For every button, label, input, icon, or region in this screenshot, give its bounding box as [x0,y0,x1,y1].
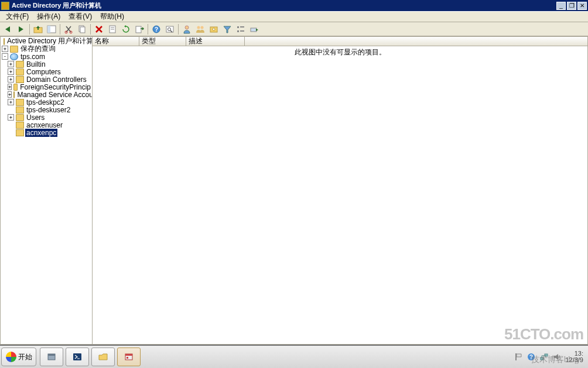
new-group-button[interactable] [194,23,207,35]
expander[interactable]: - [2,53,8,60]
find-button[interactable] [163,23,176,35]
show-hide-tree-button[interactable] [45,23,58,35]
tree-label: Computers [25,68,62,76]
new-ou-button[interactable] [207,23,220,35]
folder-icon [13,91,15,98]
powershell-icon [73,352,82,362]
tray-network-icon[interactable] [539,352,549,362]
start-button[interactable]: 开始 [1,348,36,366]
task-buttons [40,348,141,366]
toolbar: ? [0,22,588,36]
folder-icon [16,61,24,68]
svg-rect-35 [541,357,543,360]
col-desc[interactable]: 描述 [186,37,245,46]
expander[interactable]: + [8,76,14,82]
svg-rect-13 [166,26,173,32]
maximize-button[interactable]: ❐ [567,2,576,10]
properties-button[interactable] [106,23,119,35]
export-button[interactable] [133,23,146,35]
tree-users[interactable]: + Users [1,114,92,121]
tree-computers[interactable]: + Computers [1,68,92,75]
tree-deskpc2[interactable]: + tps-deskpc2 [1,98,92,106]
copy-icon [77,25,87,34]
expander[interactable]: + [8,61,14,67]
folder-icon [4,38,5,45]
forward-button[interactable] [15,23,28,35]
tree-domain[interactable]: - tps.com [1,53,92,60]
col-type[interactable]: 类型 [139,37,186,46]
pane-icon [47,25,56,34]
separator [29,24,30,35]
expander[interactable]: + [2,46,8,52]
svg-rect-2 [47,26,50,33]
task-powershell[interactable] [66,348,89,366]
tree-acnxenuser[interactable]: acnxenuser [1,121,92,129]
help-icon: ? [152,25,161,34]
tree-domain-controllers[interactable]: + Domain Controllers [1,75,92,83]
expander[interactable]: + [8,68,14,75]
tray-clock[interactable]: 13: 12/3/9 [565,350,583,363]
app-icon [1,2,9,10]
svg-rect-25 [251,28,257,32]
expander[interactable]: + [8,84,12,90]
tree-builtin[interactable]: + Builtin [1,60,92,68]
view-button[interactable] [234,23,247,35]
separator [90,24,91,35]
explorer-icon [98,352,108,362]
tree-acnxenpc[interactable]: acnxenpc [1,129,92,136]
watermark-logo: 51CTO.com [504,325,583,343]
tray-flag-icon[interactable] [514,352,523,362]
tree-label: tps-deskuser2 [25,106,71,114]
expander[interactable]: + [8,91,12,98]
tree-label: tps.com [19,53,46,61]
task-aduc[interactable] [117,348,141,366]
folder-icon [10,46,18,53]
menu-file[interactable]: 文件(F) [2,11,32,22]
tree: Active Directory 用户和计算机 + 保存的查询 - tps.co… [1,37,92,137]
menu-action[interactable]: 操作(A) [33,11,64,22]
task-server-manager[interactable] [40,348,63,366]
scissors-icon [64,25,73,34]
minimize-button[interactable]: _ [556,2,566,10]
expander[interactable]: + [8,114,14,121]
col-name[interactable]: 名称 [93,37,139,46]
tree-saved-queries[interactable]: + 保存的查询 [1,45,92,53]
tree-managed-service[interactable]: + Managed Service Accou [1,91,92,98]
menu-help[interactable]: 帮助(H) [97,11,128,22]
tray-sound-icon[interactable] [552,352,562,362]
more-button[interactable] [248,23,261,35]
tree-foreign-security[interactable]: + ForeignSecurityPrincip [1,83,92,91]
tray-date: 12/3/9 [565,357,583,363]
close-button[interactable]: ✕ [577,2,587,10]
copy-button[interactable] [76,23,88,35]
folder-icon [16,114,24,121]
ou-icon [16,129,24,136]
list-pane: 名称 类型 描述 此视图中没有可显示的项目。 [93,37,587,344]
start-label: 开始 [18,352,32,362]
menu-view[interactable]: 查看(V) [65,11,95,22]
menubar: 文件(F) 操作(A) 查看(V) 帮助(H) [0,11,588,22]
tree-deskuser2[interactable]: tps-deskuser2 [1,106,92,114]
arrow-right-icon [19,26,23,32]
back-button[interactable] [1,23,14,35]
tray-help-icon[interactable]: ? [527,352,536,362]
tree-label: Users [25,114,46,122]
expander-blank [8,129,14,136]
cut-button[interactable] [62,23,75,35]
list-icon [236,25,245,34]
up-button[interactable] [32,23,45,35]
tree-label: Managed Service Accou [16,91,92,99]
new-user-button[interactable] [180,23,193,35]
delete-button[interactable] [93,23,105,35]
svg-rect-22 [237,30,239,32]
svg-rect-27 [48,354,55,356]
ou-icon [16,76,24,83]
expander[interactable]: + [8,99,14,105]
refresh-button[interactable] [119,23,132,35]
filter-button[interactable] [221,23,234,35]
svg-text:?: ? [529,354,533,360]
help-button[interactable]: ? [150,23,163,35]
tree-label: tps-deskpc2 [25,98,66,106]
tree-label: Builtin [25,60,47,68]
task-explorer[interactable] [91,348,115,366]
